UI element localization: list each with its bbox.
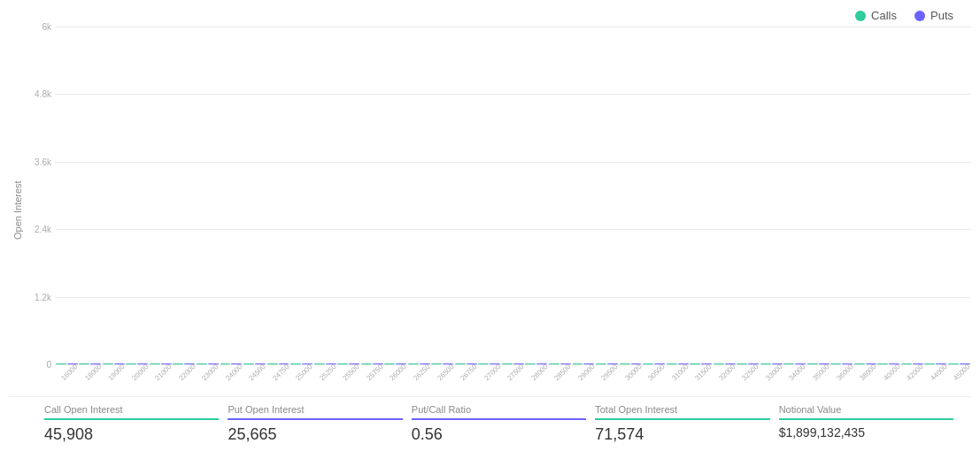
notional-value: $1,899,132,435 xyxy=(779,425,953,440)
call-bar xyxy=(830,363,841,364)
call-bar xyxy=(455,363,466,364)
call-bar xyxy=(103,363,113,364)
stat-call-oi: Call Open Interest 45,908 xyxy=(44,404,228,444)
total-oi-value: 71,574 xyxy=(595,425,769,444)
puts-dot xyxy=(914,11,925,21)
call-bar xyxy=(596,363,606,364)
call-bar xyxy=(220,363,231,364)
call-bar xyxy=(714,363,724,364)
call-bar xyxy=(431,363,442,364)
call-bar xyxy=(314,363,325,364)
stat-put-oi: Put Open Interest 25,665 xyxy=(228,404,411,444)
call-bar xyxy=(948,363,959,364)
call-bar xyxy=(56,363,66,364)
stat-pc-ratio: Put/Call Ratio 0.56 xyxy=(412,404,595,444)
chart-area: Open Interest 6k4.8k3.6k2.4k1.2k0 160001… xyxy=(9,27,971,394)
call-bar xyxy=(854,363,865,364)
call-bar xyxy=(290,363,301,364)
call-bar xyxy=(525,363,536,364)
stat-total-oi: Total Open Interest 71,574 xyxy=(595,404,778,444)
grid-and-bars: 6k4.8k3.6k2.4k1.2k0 xyxy=(55,27,971,364)
call-bar xyxy=(197,363,207,364)
call-bar xyxy=(877,363,888,364)
call-oi-label: Call Open Interest xyxy=(44,404,219,420)
call-bar xyxy=(667,363,677,364)
stats-bar: Call Open Interest 45,908 Put Open Inter… xyxy=(9,396,971,451)
legend-calls: Calls xyxy=(855,9,897,22)
call-bar xyxy=(620,363,630,364)
call-bar xyxy=(79,363,89,364)
x-tick: 45000 xyxy=(951,362,980,396)
calls-label: Calls xyxy=(871,9,897,22)
pc-ratio-value: 0.56 xyxy=(412,425,586,444)
call-bar xyxy=(126,363,136,364)
call-bar xyxy=(760,363,771,364)
put-oi-label: Put Open Interest xyxy=(228,404,402,420)
call-bar xyxy=(361,363,372,364)
call-bar xyxy=(690,363,700,364)
legend-puts: Puts xyxy=(914,9,953,22)
call-bar xyxy=(643,363,653,364)
call-bar xyxy=(478,363,489,364)
call-bar xyxy=(549,363,559,364)
call-bar xyxy=(901,363,912,364)
call-bar xyxy=(502,363,513,364)
call-bar xyxy=(783,363,794,364)
y-axis-label: Open Interest xyxy=(9,27,27,394)
call-bar xyxy=(924,363,935,364)
puts-label: Puts xyxy=(930,9,953,22)
call-bar xyxy=(807,363,818,364)
call-bar xyxy=(173,363,183,364)
call-bar xyxy=(337,363,348,364)
call-bar xyxy=(243,363,254,364)
calls-dot xyxy=(855,11,866,21)
chart-container: Calls Puts Open Interest 6k4.8k3.6k2.4k1… xyxy=(0,0,980,451)
x-axis: 1600018000190002000021000220002300024000… xyxy=(55,366,971,394)
call-bar xyxy=(573,363,583,364)
legend: Calls Puts xyxy=(9,9,971,22)
pc-ratio-label: Put/Call Ratio xyxy=(412,404,586,420)
call-bar xyxy=(408,363,419,364)
chart-inner: 6k4.8k3.6k2.4k1.2k0 16000180001900020000… xyxy=(28,27,971,394)
put-oi-value: 25,665 xyxy=(228,425,402,444)
call-bar xyxy=(737,363,747,364)
call-bar xyxy=(267,363,278,364)
call-bar xyxy=(384,363,395,364)
notional-label: Notional Value xyxy=(779,404,953,420)
call-oi-value: 45,908 xyxy=(44,425,219,444)
total-oi-label: Total Open Interest xyxy=(595,404,769,420)
call-bar xyxy=(150,363,160,364)
stat-notional: Notional Value $1,899,132,435 xyxy=(779,404,962,444)
